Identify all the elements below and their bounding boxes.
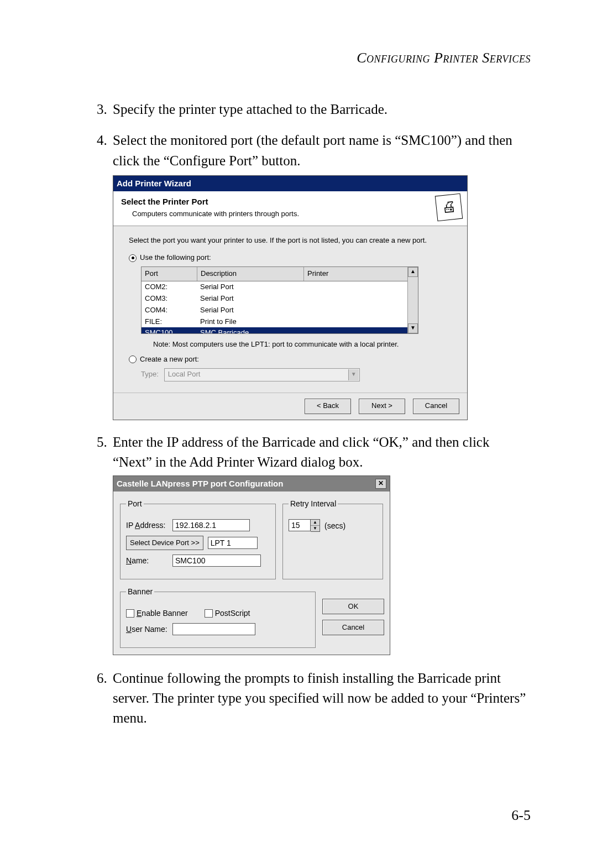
step-6: Continue following the prompts to finish… <box>111 668 531 729</box>
port-name-input[interactable] <box>172 555 261 567</box>
postscript-checkbox[interactable] <box>205 609 213 618</box>
radio-create-port[interactable] <box>129 355 137 363</box>
wizard-heading: Select the Printer Port <box>121 196 459 208</box>
wizard-intro: Select the port you want your printer to… <box>129 236 452 245</box>
page-header: Configuring Printer Services <box>83 50 531 66</box>
dialog-title: Add Printer Wizard <box>113 176 467 191</box>
device-port-input[interactable] <box>208 537 258 549</box>
retry-value-input[interactable] <box>289 519 311 531</box>
ip-address-input[interactable] <box>172 519 250 531</box>
port-table[interactable]: Port Description Printer COM2: Serial Po… <box>141 266 418 334</box>
port-fieldset: Port IP Address: Select Device Port >> N… <box>120 498 276 579</box>
next-button[interactable]: Next > <box>359 399 405 414</box>
spin-down-icon[interactable]: ▼ <box>311 526 320 531</box>
radio-create-port-label: Create a new port: <box>140 354 199 365</box>
cancel-button[interactable]: Cancel <box>322 620 384 635</box>
enable-banner-checkbox[interactable] <box>126 609 134 618</box>
table-row-selected[interactable]: SMC100 SMC Barricade <box>142 327 418 333</box>
banner-fieldset: Banner Enable Banner PostScript User Nam… <box>120 586 316 648</box>
radio-use-port-label: Use the following port: <box>140 253 211 263</box>
page-number: 6-5 <box>511 807 531 824</box>
col-port: Port <box>142 267 197 281</box>
wizard-subheading: Computers communicate with printers thro… <box>132 209 459 219</box>
retry-unit: (secs) <box>324 520 345 531</box>
wizard-note: Note: Most computers use the LPT1: port … <box>153 339 452 350</box>
add-printer-wizard-dialog: Add Printer Wizard Select the Printer Po… <box>113 175 468 420</box>
step-4-text: Select the monitored port (the default p… <box>113 133 512 168</box>
table-row[interactable]: COM3: Serial Port <box>142 293 418 305</box>
port-legend: Port <box>126 498 144 509</box>
user-name-label: User Name: <box>126 624 168 635</box>
step-5-text: Enter the IP address of the Barricade an… <box>113 435 489 469</box>
back-button[interactable]: < Back <box>305 399 351 414</box>
step-5: Enter the IP address of the Barricade an… <box>111 432 531 655</box>
spin-up-icon[interactable]: ▲ <box>311 520 320 526</box>
banner-legend: Banner <box>126 586 154 597</box>
step-4: Select the monitored port (the default p… <box>111 130 531 420</box>
config-dialog-title: Castelle LANpress PTP port Configuration <box>117 478 283 490</box>
retry-legend: Retry Interval <box>289 498 338 509</box>
table-row[interactable]: COM4: Serial Port <box>142 305 418 316</box>
table-row[interactable]: COM2: Serial Port <box>142 281 418 293</box>
user-name-input[interactable] <box>172 623 255 635</box>
printer-icon: 🖨 <box>435 193 463 221</box>
ip-label: IP Address: <box>126 520 168 531</box>
scrollbar[interactable]: ▲ ▼ <box>407 267 418 333</box>
table-row[interactable]: FILE: Print to File <box>142 316 418 328</box>
type-label: Type: <box>141 369 159 380</box>
radio-use-port[interactable] <box>129 254 137 262</box>
retry-fieldset: Retry Interval ▲▼ (secs) <box>282 498 383 579</box>
scroll-down-icon[interactable]: ▼ <box>408 323 418 333</box>
cancel-button[interactable]: Cancel <box>413 399 459 414</box>
ok-button[interactable]: OK <box>322 599 384 614</box>
name-label: Name: <box>126 555 168 566</box>
port-config-dialog: Castelle LANpress PTP port Configuration… <box>113 475 390 655</box>
col-printer: Printer <box>304 267 418 281</box>
select-device-port-button[interactable]: Select Device Port >> <box>126 536 203 550</box>
scroll-up-icon[interactable]: ▲ <box>408 267 418 277</box>
type-combo: Local Port ▼ <box>164 368 360 381</box>
retry-spinner[interactable]: ▲▼ <box>289 519 320 532</box>
col-desc: Description <box>197 267 304 281</box>
step-3: Specify the printer type attached to the… <box>111 100 531 119</box>
close-icon[interactable]: ✕ <box>375 479 386 489</box>
chevron-down-icon: ▼ <box>348 369 359 380</box>
